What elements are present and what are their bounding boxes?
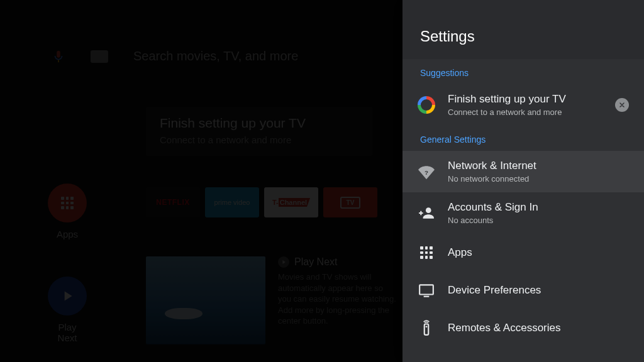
general-section-label: General Settings bbox=[402, 126, 644, 151]
suggestion-subtitle: Connect to a network and more bbox=[448, 107, 604, 117]
accounts-subtitle: No accounts bbox=[448, 216, 629, 225]
settings-item-remotes[interactable]: Remotes & Accessories bbox=[402, 309, 644, 347]
svg-point-5 bbox=[426, 326, 428, 327]
accounts-title: Accounts & Sign In bbox=[448, 201, 629, 214]
suggestion-finish-setup[interactable]: G Finish setting up your TV Connect to a… bbox=[402, 84, 644, 126]
apps-title: Apps bbox=[448, 246, 629, 259]
close-icon bbox=[618, 101, 626, 109]
svg-rect-3 bbox=[419, 285, 433, 294]
network-title: Network & Internet bbox=[448, 160, 629, 172]
google-logo-icon: G bbox=[416, 95, 436, 115]
svg-rect-4 bbox=[425, 324, 429, 335]
settings-panel: Settings Suggestions G Finish setting up… bbox=[402, 0, 644, 362]
settings-title: Settings bbox=[402, 0, 644, 59]
dismiss-suggestion-button[interactable] bbox=[615, 98, 629, 112]
device-title: Device Preferences bbox=[448, 284, 629, 297]
tv-icon bbox=[416, 280, 436, 300]
settings-item-apps[interactable]: Apps bbox=[402, 234, 644, 272]
settings-item-network[interactable]: ? Network & Internet No network connecte… bbox=[402, 151, 644, 192]
add-account-icon bbox=[416, 203, 436, 223]
remotes-title: Remotes & Accessories bbox=[448, 322, 629, 334]
svg-point-2 bbox=[426, 207, 431, 213]
apps-grid-icon bbox=[416, 243, 436, 263]
settings-item-accounts[interactable]: Accounts & Sign In No accounts bbox=[402, 192, 644, 234]
suggestion-title: Finish setting up your TV bbox=[448, 93, 604, 106]
svg-text:?: ? bbox=[425, 169, 428, 176]
network-subtitle: No network connected bbox=[448, 174, 629, 184]
suggestions-section-label: Suggestions bbox=[402, 59, 644, 84]
wifi-icon: ? bbox=[416, 162, 436, 182]
settings-item-device-preferences[interactable]: Device Preferences bbox=[402, 272, 644, 309]
remote-icon bbox=[416, 318, 436, 338]
